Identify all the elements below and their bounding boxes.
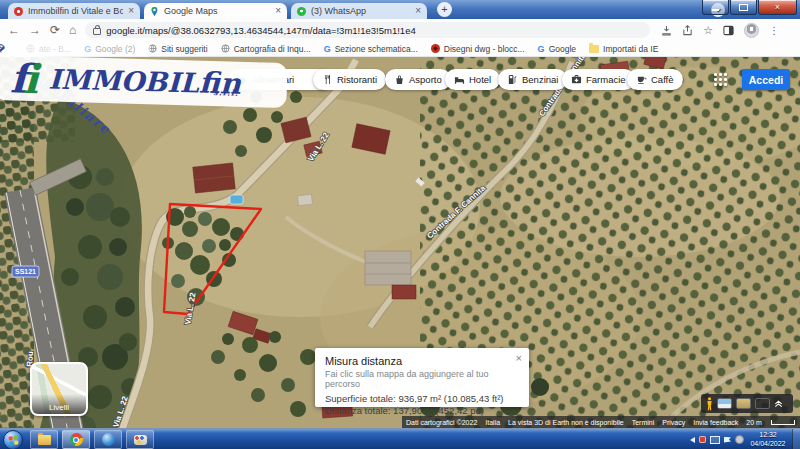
tab-title: (3) WhatsApp	[311, 6, 410, 16]
browser-menu-icon[interactable]: ⋮	[769, 25, 779, 36]
swimming-pool	[230, 195, 243, 204]
popup-title: Misura distanza	[325, 355, 519, 367]
streetview-thumbnail[interactable]	[717, 398, 732, 409]
bookmark-item[interactable]: G Google	[538, 44, 576, 54]
chip-benzinai[interactable]: Benzinai	[498, 69, 567, 90]
clock-time: 12:32	[745, 431, 791, 440]
tab-title: Immobilfin di Vitale e Bonetti s.r...	[28, 6, 123, 16]
bookmark-item[interactable]: Importati da IE	[589, 44, 658, 54]
brand-srl: s.r.l.	[213, 79, 239, 107]
side-panel-icon[interactable]	[723, 25, 734, 36]
bookmark-label: Sezione schematica...	[335, 44, 418, 54]
measure-distance-popup: × Misura distanza Fai clic sulla mappa d…	[315, 348, 529, 407]
dwg-favicon-icon	[431, 44, 440, 53]
close-tab-icon[interactable]: ×	[128, 6, 134, 16]
chip-caffe[interactable]: Caffè	[627, 69, 683, 90]
paint-icon	[134, 435, 147, 445]
pharmacy-icon	[571, 74, 582, 85]
address-bar[interactable]: google.it/maps/@38.0632793,13.4634544,14…	[85, 22, 650, 38]
share-icon[interactable]	[682, 25, 693, 36]
url-text: google.it/maps/@38.0632793,13.4634544,14…	[106, 25, 415, 36]
chip-label: Benzinai	[522, 74, 558, 85]
action-center-flag-icon[interactable]	[724, 437, 731, 443]
maps-pin-favicon-icon	[150, 7, 159, 16]
tab-immobilfin[interactable]: Immobilfin di Vitale e Bonetti s.r... ×	[8, 3, 140, 19]
map-thumbnail[interactable]	[755, 398, 770, 409]
total-distance-value: Distanza totale: 137,90 m (452,42 pd)	[325, 405, 519, 416]
satellite-thumbnail[interactable]	[736, 398, 751, 409]
taskbar-globe-app-button[interactable]	[94, 430, 122, 449]
minimize-button[interactable]	[702, 0, 729, 15]
feedback-link[interactable]: Invia feedback	[693, 419, 738, 426]
immobilfin-watermark: fi IMMOBILfins.r.l.	[0, 55, 288, 108]
bookmark-item[interactable]: Disegni dwg - blocc...	[431, 44, 525, 54]
pegman-strip	[701, 394, 793, 413]
lock-icon[interactable]	[93, 28, 101, 35]
volume-icon[interactable]	[690, 437, 695, 443]
taskbar-chrome-button[interactable]	[62, 430, 90, 449]
tray-status-icon[interactable]	[735, 435, 744, 444]
chip-farmacie[interactable]: Farmacie	[562, 69, 635, 90]
terms-link[interactable]: Termini	[632, 419, 655, 426]
show-desktop-button[interactable]	[792, 429, 800, 449]
chip-label: Ristoranti	[337, 74, 377, 85]
chip-label: Farmacie	[586, 74, 626, 85]
google-maps-canvas[interactable]: SS121 Via L. 22 Via L. 22 Via L. 22 Cont…	[0, 57, 800, 428]
collapse-chevron-icon[interactable]	[774, 399, 783, 408]
explorer-icon	[38, 435, 51, 445]
bookmark-item[interactable]: G Sezione schematica...	[324, 44, 418, 54]
chip-hotel[interactable]: Hotel	[445, 69, 500, 90]
svg-text:SS121: SS121	[15, 268, 36, 275]
window-controls: ×	[702, 0, 797, 15]
map-attribution-bar: Dati cartografici ©2022 Italia La vista …	[402, 416, 800, 428]
new-tab-button[interactable]: +	[437, 2, 452, 17]
privacy-link[interactable]: Privacy	[662, 419, 685, 426]
google-favicon-icon: G	[324, 44, 331, 54]
maximize-button[interactable]	[730, 0, 757, 15]
install-icon[interactable]	[661, 25, 672, 36]
network-icon[interactable]	[710, 436, 720, 444]
profile-avatar[interactable]	[744, 23, 759, 38]
total-area-value: Superficie totale: 936,97 m² (10.085,43 …	[325, 393, 519, 404]
home-icon[interactable]: ⌂	[69, 24, 76, 36]
tab-google-maps[interactable]: Google Maps ×	[144, 3, 287, 19]
scale-bar	[771, 420, 795, 425]
attribution-3d-note: La vista 3D di Earth non è disponibile	[508, 419, 624, 426]
scale-label: 20 m	[746, 419, 762, 426]
taskbar-explorer-button[interactable]	[30, 430, 58, 449]
sign-in-button[interactable]: Accedi	[742, 69, 790, 90]
chip-asporto[interactable]: Asporto	[385, 69, 451, 90]
close-icon[interactable]: ×	[516, 352, 522, 364]
layers-control[interactable]: Livelli	[30, 362, 88, 416]
google-apps-icon[interactable]	[714, 73, 727, 86]
chrome-icon	[70, 433, 83, 446]
taskbar-paint-button[interactable]	[126, 430, 154, 449]
bookmark-label: Cartografia di Inqu...	[234, 44, 311, 54]
browser-toolbar: ← → ⟳ ⌂ google.it/maps/@38.0632793,13.46…	[0, 19, 800, 41]
globe-icon	[221, 44, 230, 53]
chip-ristoranti[interactable]: Ristoranti	[313, 69, 386, 90]
bookmark-item[interactable]: Siti suggeriti	[148, 44, 207, 54]
bookmark-item[interactable]: Cartografia di Inqu...	[221, 44, 311, 54]
start-button[interactable]	[3, 430, 23, 449]
close-window-button[interactable]: ×	[758, 0, 797, 15]
taskbar-clock[interactable]: 12:32 04/04/2022	[745, 431, 791, 448]
tab-whatsapp[interactable]: (3) WhatsApp ×	[291, 3, 427, 19]
immobilfin-favicon-icon	[14, 7, 23, 16]
close-tab-icon[interactable]: ×	[275, 6, 281, 16]
immobilfin-monogram: fi	[9, 58, 35, 99]
popup-hint: Fai clic sulla mappa da aggiungere al tu…	[325, 369, 519, 389]
fuel-icon	[507, 74, 518, 85]
forward-icon[interactable]: →	[29, 24, 41, 36]
back-icon[interactable]: ←	[8, 24, 20, 36]
tray-app-icon[interactable]	[699, 436, 706, 443]
tab-title: Google Maps	[164, 6, 270, 16]
chip-label: Asporto	[409, 74, 442, 85]
bookmark-star-icon[interactable]: ☆	[703, 24, 713, 36]
close-tab-icon[interactable]: ×	[415, 6, 421, 16]
hotel-icon	[454, 74, 465, 85]
bookmark-label: Google	[549, 44, 576, 54]
folder-icon	[589, 45, 599, 53]
reload-icon[interactable]: ⟳	[50, 24, 60, 36]
pegman-icon[interactable]	[706, 397, 713, 411]
